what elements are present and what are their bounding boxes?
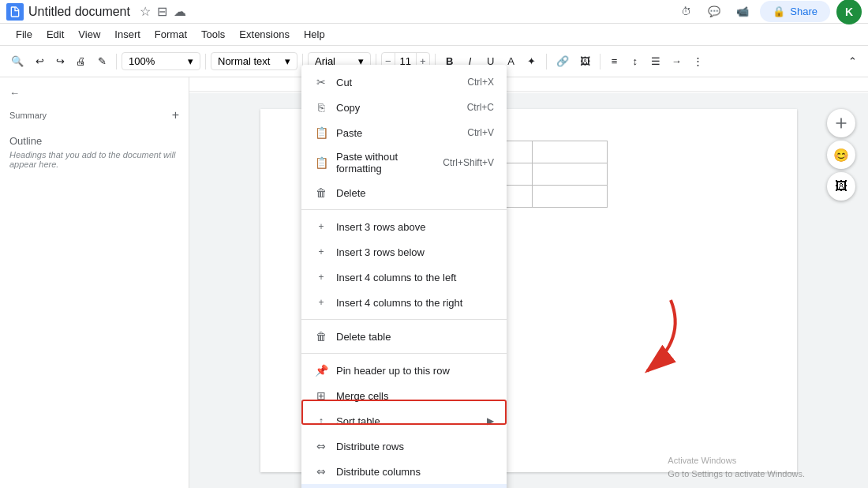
paste-icon: 📋 <box>314 126 328 140</box>
undo-btn[interactable]: ↩ <box>30 52 49 70</box>
link-btn[interactable]: 🔗 <box>552 52 574 70</box>
context-menu: ✂ Cut Ctrl+X ⎘ Copy Ctrl+C 📋 Paste Ctrl+… <box>301 65 507 488</box>
indent-btn[interactable]: → <box>667 52 687 70</box>
style-chevron: ▾ <box>285 55 290 67</box>
menu-format[interactable]: Format <box>148 26 193 43</box>
ctx-copy[interactable]: ⎘ Copy Ctrl+C <box>301 95 507 120</box>
ctx-merge-cells-label: Merge cells <box>336 390 494 402</box>
delete-icon: 🗑 <box>314 186 328 200</box>
ctx-table-properties[interactable]: ⊞ Table properties <box>301 484 507 488</box>
top-right: ⏱ 💬 📹 🔒 Share K <box>675 0 862 24</box>
redo-btn[interactable]: ↪ <box>51 52 69 70</box>
cloud-icon[interactable]: ☁ <box>174 4 186 19</box>
menu-extensions[interactable]: Extensions <box>233 26 296 43</box>
doc-area[interactable]: Hello GFG <box>189 93 868 488</box>
ctx-cut[interactable]: ✂ Cut Ctrl+X <box>301 69 507 95</box>
ctx-insert-rows-below[interactable]: + Insert 3 rows below <box>301 239 507 265</box>
menu-file[interactable]: File <box>9 26 39 43</box>
ruler <box>189 77 868 93</box>
history-icon[interactable]: ⏱ <box>675 1 697 23</box>
ctx-paste-noformat[interactable]: 📋 Paste without formatting Ctrl+Shift+V <box>301 145 507 180</box>
save-icon[interactable]: ⊟ <box>157 4 167 19</box>
ctx-paste-noformat-shortcut: Ctrl+Shift+V <box>443 157 494 168</box>
ctx-sort-table[interactable]: ↕ Sort table ▶ <box>301 408 507 434</box>
sidebar-summary-label: Summary + <box>9 108 179 122</box>
ctx-paste-noformat-label: Paste without formatting <box>336 151 435 175</box>
float-actions: 😊 🖼 <box>827 109 855 201</box>
title-icons: ☆ ⊟ ☁ <box>140 4 186 19</box>
ctx-merge-cells[interactable]: ⊞ Merge cells <box>301 383 507 408</box>
sidebar-back[interactable]: ← <box>9 87 179 99</box>
sort-table-icon: ↕ <box>314 414 328 428</box>
ctx-delete-table[interactable]: 🗑 Delete table <box>301 324 507 349</box>
ctx-pin-header-label: Pin header up to this row <box>336 365 494 377</box>
menu-tools[interactable]: Tools <box>195 26 231 43</box>
ctx-insert-rows-above[interactable]: + Insert 3 rows above <box>301 214 507 239</box>
align-btn[interactable]: ≡ <box>605 52 624 70</box>
print-btn[interactable]: 🖨 <box>71 52 91 70</box>
ctx-delete-label: Delete <box>336 187 486 199</box>
paintformat-btn[interactable]: ✎ <box>92 52 111 70</box>
lock-icon: 🔒 <box>773 6 785 17</box>
image-btn[interactable]: 🖼 <box>575 52 595 70</box>
activate-line1: Activate Windows <box>668 454 805 467</box>
ctx-delete[interactable]: 🗑 Delete <box>301 180 507 205</box>
share-button[interactable]: 🔒 Share <box>760 1 830 22</box>
ctx-distribute-rows-label: Distribute rows <box>336 441 494 452</box>
insert-cols-left-icon: + <box>314 270 328 284</box>
ctx-copy-shortcut: Ctrl+C <box>467 102 494 113</box>
ctx-distribute-cols-label: Distribute columns <box>336 466 494 478</box>
ctx-insert-cols-left[interactable]: + Insert 4 columns to the left <box>301 265 507 290</box>
ctx-paste[interactable]: 📋 Paste Ctrl+V <box>301 120 507 145</box>
ctx-insert-rows-below-label: Insert 3 rows below <box>336 246 494 258</box>
menu-insert[interactable]: Insert <box>108 26 147 43</box>
doc-title: Untitled document <box>28 5 130 19</box>
ctx-pin-header[interactable]: 📌 Pin header up to this row <box>301 358 507 383</box>
ctx-cut-shortcut: Ctrl+X <box>467 77 494 88</box>
ctx-sep-1 <box>301 209 507 210</box>
more-btn[interactable]: ⋮ <box>688 52 708 70</box>
distribute-cols-icon: ⇔ <box>314 464 328 479</box>
zoom-select[interactable]: 100% ▾ <box>122 52 200 70</box>
expand-btn[interactable]: ⌃ <box>843 52 862 70</box>
style-value: Normal text <box>218 55 270 67</box>
activate-line2: Go to Settings to activate Windows. <box>668 467 805 481</box>
highlight-btn[interactable]: ✦ <box>522 52 541 70</box>
ruler-area: Hello GFG <box>189 77 868 488</box>
meet-icon[interactable]: 📹 <box>731 1 754 23</box>
ctx-insert-cols-right[interactable]: + Insert 4 columns to the right <box>301 290 507 315</box>
ctx-distribute-cols[interactable]: ⇔ Distribute columns <box>301 459 507 484</box>
sort-table-arrow: ▶ <box>487 415 494 426</box>
style-select[interactable]: Normal text ▾ <box>211 52 297 70</box>
sep-1 <box>116 54 117 69</box>
table-cell[interactable] <box>533 186 608 208</box>
table-cell[interactable] <box>533 163 608 186</box>
float-emoji-btn[interactable]: 😊 <box>827 141 855 169</box>
svg-rect-0 <box>189 77 868 93</box>
float-image-btn[interactable]: 🖼 <box>827 172 855 201</box>
sidebar-add-btn[interactable]: + <box>172 108 179 122</box>
avatar[interactable]: K <box>836 0 862 24</box>
ctx-distribute-rows[interactable]: ⇔ Distribute rows <box>301 434 507 459</box>
float-add-btn[interactable] <box>827 109 855 137</box>
ctx-copy-label: Copy <box>336 102 459 114</box>
insert-cols-right-icon: + <box>314 295 328 310</box>
ctx-paste-label: Paste <box>336 127 459 139</box>
menu-view[interactable]: View <box>72 26 107 43</box>
table-cell[interactable] <box>533 141 608 163</box>
ctx-paste-shortcut: Ctrl+V <box>467 127 494 138</box>
spacing-btn[interactable]: ↕ <box>626 52 645 70</box>
star-icon[interactable]: ☆ <box>140 4 151 19</box>
ctx-delete-table-label: Delete table <box>336 331 494 343</box>
merge-cells-icon: ⊞ <box>314 389 328 403</box>
sidebar-outline-section: Outline Headings that you add to the doc… <box>9 135 179 169</box>
menu-edit[interactable]: Edit <box>40 26 70 43</box>
comment-icon[interactable]: 💬 <box>703 1 725 23</box>
zoom-chevron: ▾ <box>188 55 193 67</box>
insert-rows-below-icon: + <box>314 245 328 259</box>
menu-help[interactable]: Help <box>297 26 331 43</box>
search-btn[interactable]: 🔍 <box>6 52 28 70</box>
delete-table-icon: 🗑 <box>314 329 328 343</box>
ctx-insert-rows-above-label: Insert 3 rows above <box>336 221 494 233</box>
list-btn[interactable]: ☰ <box>646 52 665 70</box>
